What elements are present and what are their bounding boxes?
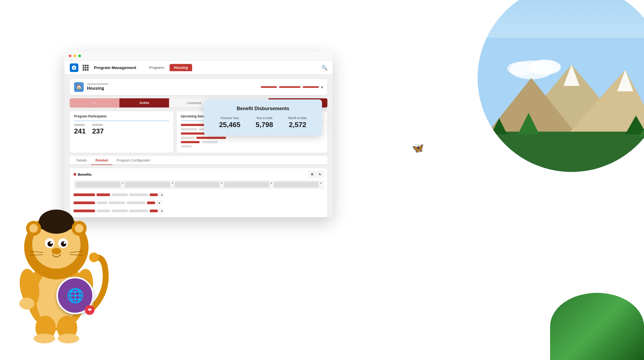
- svg-point-34: [50, 242, 52, 244]
- filter-select-2[interactable]: [125, 182, 170, 188]
- chrome-maximize[interactable]: [78, 55, 81, 57]
- filter-arrow-2: ▾: [172, 182, 173, 188]
- gear-button[interactable]: ⚙: [309, 171, 316, 178]
- session-gray-bar-6: [202, 141, 218, 143]
- action-bar-2: [279, 86, 301, 88]
- session-row-5: [181, 141, 323, 143]
- svg-point-35: [64, 242, 66, 244]
- row-2-bar-5: [147, 201, 155, 204]
- program-participants-card: Program Participants 241 237: [70, 111, 173, 153]
- session-row-6: [181, 145, 323, 147]
- svg-point-38: [29, 224, 38, 233]
- nav-tabs: Programs Housing: [145, 64, 317, 71]
- row-3-action[interactable]: ▾: [159, 208, 164, 213]
- mtd-value: 2,572: [288, 121, 307, 129]
- session-red-bar-3: [196, 137, 226, 139]
- search-icon[interactable]: 🔍: [321, 65, 327, 71]
- globe-badge: 🌐 ❤: [56, 277, 94, 314]
- filter-arrow-5: ▾: [320, 182, 321, 188]
- participant-label-1: [74, 124, 85, 126]
- session-row-4: [181, 137, 323, 139]
- row-2-action[interactable]: ▾: [157, 200, 162, 205]
- row-1-bar-4: [129, 193, 148, 196]
- svg-point-14: [89, 253, 99, 262]
- session-gray-bar-2: [181, 128, 197, 130]
- mascot: 🌐 ❤: [13, 191, 115, 347]
- tab-related[interactable]: Related: [91, 156, 112, 165]
- sf-header: Program Management Programs Housing 🔍: [64, 61, 333, 75]
- filter-arrow-3: ▾: [221, 182, 222, 188]
- benefits-title: Benefits: [74, 172, 92, 177]
- action-bar-3: [303, 86, 319, 88]
- session-red-bar-2: [181, 132, 205, 135]
- participant-col-2: 237: [92, 124, 104, 135]
- butterfly-decoration: 🦋: [412, 142, 424, 154]
- disbursements-columns: Previous Year 25,465 Year to Date 5,798 …: [211, 116, 314, 129]
- svg-point-33: [61, 241, 66, 247]
- prev-year-value: 25,465: [219, 121, 240, 129]
- participant-numbers: 241 237: [74, 124, 169, 135]
- participant-value-1: 241: [74, 127, 86, 135]
- sf-logo: [70, 63, 78, 72]
- bush-decoration: [550, 293, 644, 360]
- svg-rect-9: [478, 132, 644, 172]
- record-header: 🏠 Housing ▾: [70, 79, 327, 95]
- filter-select-3[interactable]: [175, 182, 219, 188]
- filter-row: ▾ ▾ ▾ ▾ ▾: [74, 180, 324, 189]
- participant-col-1: 241: [74, 124, 86, 135]
- mtd-label: Month to Date: [288, 116, 307, 120]
- row-1-action[interactable]: ▾: [159, 192, 164, 197]
- ytd-label: Year to Date: [256, 116, 273, 120]
- mountain-illustration: [478, 0, 644, 172]
- check-icon: ✓: [93, 101, 96, 105]
- row-1-bar-5: [150, 193, 158, 196]
- tab-housing[interactable]: Housing: [170, 64, 192, 71]
- prev-year-label: Previous Year: [219, 116, 240, 120]
- svg-point-32: [47, 241, 53, 247]
- participant-value-2: 237: [92, 127, 104, 135]
- row-2-bar-4: [127, 201, 145, 204]
- prev-year-col: Previous Year 25,465: [219, 116, 240, 129]
- row-3-bar-4: [129, 210, 148, 212]
- filter-select-1[interactable]: [76, 182, 120, 188]
- detail-tabs: Details Related Program Configurator: [70, 156, 327, 165]
- chrome-minimize[interactable]: [74, 55, 76, 57]
- participant-label-2: [92, 124, 103, 126]
- heart-icon: ❤: [85, 305, 94, 315]
- session-gray-bar-7: [181, 145, 192, 147]
- svg-point-3: [507, 62, 534, 75]
- expand-chevron[interactable]: ▾: [321, 85, 323, 90]
- tab-program-configurator[interactable]: Program Configurator: [112, 156, 155, 165]
- record-actions: ▾: [261, 85, 323, 90]
- app-name: Program Management: [94, 65, 136, 70]
- filter-arrow-4: ▾: [271, 182, 272, 188]
- mtd-col: Month to Date 2,572: [288, 116, 307, 129]
- disbursements-card: Benefit Disbursements Previous Year 25,4…: [204, 99, 322, 135]
- svg-point-40: [75, 224, 83, 233]
- ytd-value: 5,798: [256, 121, 273, 129]
- filter-select-4[interactable]: [224, 182, 269, 188]
- benefits-header: Benefits ⚙ ↻: [74, 171, 324, 178]
- session-red-bar-4: [181, 141, 200, 143]
- session-gray-bar-5: [181, 137, 194, 139]
- apps-grid-icon[interactable]: [83, 65, 89, 71]
- tab-programs[interactable]: Programs: [145, 64, 169, 71]
- benefits-toolbar: ⚙ ↻: [309, 171, 324, 178]
- participants-header: Program Participants: [74, 114, 169, 121]
- status-active[interactable]: Active: [119, 98, 169, 107]
- filter-select-5[interactable]: [274, 182, 319, 188]
- action-bar-1: [261, 86, 277, 88]
- disbursements-title: Benefit Disbursements: [211, 106, 314, 111]
- ytd-col: Year to Date 5,798: [256, 116, 273, 129]
- filter-arrow-1: ▾: [122, 182, 123, 188]
- chrome-close[interactable]: [69, 55, 71, 57]
- svg-point-36: [52, 248, 61, 254]
- record-title: Housing: [87, 86, 258, 91]
- record-icon: 🏠: [74, 82, 84, 92]
- refresh-button[interactable]: ↻: [317, 171, 324, 178]
- browser-chrome: [64, 51, 333, 61]
- svg-point-23: [34, 334, 55, 343]
- benefits-dot: [74, 173, 76, 176]
- status-completed[interactable]: ✓: [70, 98, 119, 107]
- tab-details[interactable]: Details: [72, 156, 91, 165]
